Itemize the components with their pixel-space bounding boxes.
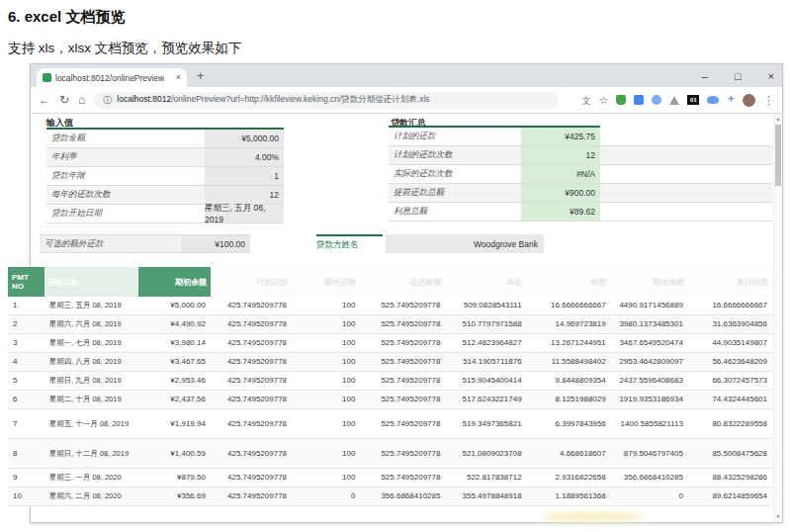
- cell: 525.7495209778: [360, 297, 445, 314]
- cell: 6: [8, 391, 44, 408]
- schedule-row: 5星期日, 九月 08, 2019¥2,953.46425.7495209778…: [8, 372, 772, 391]
- bookmark-star-icon[interactable]: ☆: [599, 95, 609, 105]
- cell: 425.7495209778: [211, 315, 292, 333]
- bird-extension-icon[interactable]: ✈: [727, 95, 735, 105]
- cell: 89.6214859654: [688, 488, 772, 505]
- page-info-icon[interactable]: ⓘ: [103, 94, 112, 107]
- cell: 425.7495209778: [211, 488, 292, 505]
- window-minimize-button[interactable]: –: [702, 70, 708, 82]
- cell: 525.7495209778: [360, 315, 445, 333]
- toolbar-right-icons: 文 ☆ 01 ✈ ⋮: [582, 94, 774, 107]
- window-maximize-button[interactable]: □: [735, 70, 742, 82]
- cell: 515.9045400414: [445, 372, 526, 390]
- refresh-icon[interactable]: ↻: [59, 94, 69, 106]
- cell: 星期二, 十月 08, 2019: [44, 391, 138, 408]
- cell: 3980.1373485301: [611, 315, 688, 333]
- row-label: 贷款年限: [46, 167, 205, 185]
- input-table: 贷款金额¥5,000.00年利率4.00%贷款年限1每年的还款次数12贷款开始日…: [46, 128, 284, 223]
- url-text: localhost:8012/onlinePreview?url=http://…: [117, 94, 429, 106]
- favicon-icon: [43, 73, 51, 82]
- cell: 31.6363904856: [688, 315, 772, 333]
- cell: 425.7495209778: [211, 391, 292, 408]
- tab-close-icon[interactable]: ×: [176, 73, 181, 82]
- cell: 星期三, 一月 08, 2020: [44, 469, 138, 487]
- row-value: 12: [521, 146, 600, 164]
- cell: 525.7495209778: [360, 469, 445, 487]
- column-header: 期初余额: [138, 267, 211, 297]
- row-label: 年利率: [46, 148, 205, 166]
- row-label: 每年的还款次数: [46, 186, 205, 204]
- cell: 4: [8, 353, 44, 371]
- row-value: #N/A: [521, 165, 600, 183]
- scrollbar-thumb[interactable]: [775, 125, 781, 186]
- cell: 9.8448809354: [527, 372, 611, 390]
- row-value: ¥425.75: [521, 128, 600, 145]
- cell: 100: [292, 353, 360, 371]
- url-host: localhost:8012: [117, 94, 171, 104]
- cell: 100: [292, 315, 360, 333]
- cell: 0: [292, 488, 360, 505]
- cell: 425.7495209778: [211, 409, 292, 438]
- vertical-scrollbar[interactable]: ▲ ▼: [773, 114, 782, 521]
- row-value: ¥5,000.00: [205, 130, 284, 147]
- cell: 525.7495209778: [360, 372, 445, 390]
- cell: 74.4324445601: [688, 391, 772, 408]
- cell: 425.7495209778: [211, 439, 292, 468]
- row-value: ¥100.00: [181, 235, 250, 252]
- browser-tab[interactable]: localhost:8012/onlinePreview ×: [37, 68, 187, 87]
- row-value: 1: [205, 167, 284, 185]
- cell: 879.5046797405: [611, 439, 688, 468]
- cell: 522.817838712: [445, 469, 526, 487]
- profile-avatar[interactable]: [743, 94, 755, 107]
- schedule-row: 4星期四, 八月 08, 2019¥3,467.65425.7495209778…: [8, 353, 772, 372]
- row-label: 计划的还款次数: [389, 146, 521, 164]
- window-controls: – □ ×: [702, 64, 774, 87]
- shield-extension-icon[interactable]: [616, 95, 626, 105]
- cell: 1: [8, 297, 44, 314]
- schedule-row: 6星期二, 十月 08, 2019¥2,437.56425.7495209778…: [8, 391, 772, 409]
- cell: 100: [292, 391, 360, 408]
- new-tab-button[interactable]: +: [197, 68, 205, 83]
- cell: 3467.6549520474: [611, 334, 688, 352]
- cell: 85.5008475628: [688, 439, 772, 468]
- row-label: 提前还款总额: [389, 184, 521, 202]
- cell: 11.5588498402: [527, 353, 611, 371]
- row-value: 4.00%: [205, 148, 284, 166]
- cell: 356.6868410285: [611, 469, 688, 487]
- cell: ¥3,980.14: [138, 334, 211, 352]
- lender-name-value: Woodgrove Bank: [386, 234, 544, 253]
- cell: ¥2,953.46: [138, 372, 211, 390]
- cell: 星期日, 九月 08, 2019: [44, 372, 138, 390]
- input-table-body: 贷款金额¥5,000.00年利率4.00%贷款年限1每年的还款次数12贷款开始日…: [46, 130, 284, 223]
- home-icon[interactable]: ⌂: [78, 94, 85, 106]
- cell: 2: [8, 315, 44, 333]
- row-label: 实际的还款次数: [389, 165, 521, 183]
- cell: 8: [8, 439, 44, 468]
- column-header: 累计利息: [688, 267, 772, 297]
- circle-extension-icon[interactable]: [652, 95, 661, 105]
- blue-extension-icon[interactable]: [634, 95, 644, 105]
- scrollbar-down-icon[interactable]: ▼: [774, 511, 782, 521]
- back-icon[interactable]: ←: [39, 94, 50, 106]
- cell: 519.3497365821: [445, 409, 526, 438]
- translate-icon[interactable]: 文: [582, 95, 591, 105]
- schedule-row: 7星期五, 十一月 08, 2019¥1,919.94425.749520977…: [8, 409, 772, 439]
- cloud-extension-icon[interactable]: [707, 96, 719, 104]
- cell: 100: [292, 297, 360, 314]
- cell: 13.2671244951: [527, 334, 611, 352]
- row-value: ¥89.62: [521, 203, 600, 221]
- url-path: /onlinePreview?url=http://kkfileview.kek…: [171, 94, 429, 104]
- address-bar[interactable]: ⓘ localhost:8012/onlinePreview?url=http:…: [94, 92, 559, 109]
- row-value: 12: [205, 186, 284, 204]
- row-label: 贷款开始日期: [46, 205, 205, 222]
- window-close-button[interactable]: ×: [768, 70, 774, 82]
- cell: 356.6868410285: [360, 488, 445, 505]
- cell: 525.7495209778: [360, 353, 445, 371]
- gray-extension-icon[interactable]: [669, 96, 679, 105]
- summary-table-body: 计划的还款¥425.75计划的还款次数12实际的还款次数#N/A提前还款总额¥9…: [389, 128, 772, 222]
- scrollbar-up-icon[interactable]: ▲: [774, 114, 782, 124]
- badge-extension-icon[interactable]: 01: [687, 95, 699, 105]
- cell: 1.1889561368: [527, 488, 611, 505]
- browser-menu-icon[interactable]: ⋮: [763, 95, 774, 106]
- row-filler: [600, 184, 772, 202]
